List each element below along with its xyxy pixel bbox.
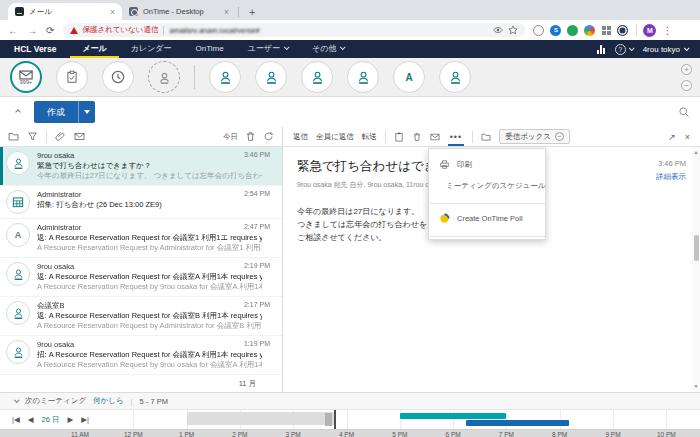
- prev-day-icon[interactable]: ◀: [28, 415, 34, 424]
- filter-icon[interactable]: [27, 131, 38, 142]
- contact-avatar[interactable]: [255, 61, 287, 93]
- mail-preview: A Resource Reservation Request by Admini…: [37, 243, 262, 253]
- details-link[interactable]: 詳細表示: [656, 172, 686, 182]
- contact-avatar[interactable]: [347, 61, 379, 93]
- back-icon[interactable]: ←: [8, 25, 18, 36]
- compose-dropdown-button[interactable]: [78, 101, 95, 123]
- tab-mail[interactable]: メール ×: [8, 3, 122, 20]
- security-warning-text[interactable]: 保護されていない通信: [82, 25, 158, 35]
- toolbar-divider: [636, 24, 637, 36]
- help-menu[interactable]: ?: [615, 44, 633, 55]
- browser-profile-avatar[interactable]: M: [643, 24, 656, 37]
- extension-icon[interactable]: [567, 25, 578, 36]
- collapse-timeline-icon[interactable]: [14, 397, 20, 403]
- next-meeting-title-link[interactable]: 何かしら: [93, 396, 124, 406]
- close-tab-icon[interactable]: ×: [221, 7, 232, 17]
- hour-gridline: [613, 410, 614, 429]
- inbox-chip[interactable]: 受信ボックス −: [499, 129, 570, 144]
- envelope-icon[interactable]: [430, 132, 440, 142]
- compose-band: 作成: [0, 97, 700, 127]
- nav-item[interactable]: ユーザー: [236, 40, 300, 58]
- mail-list-item[interactable]: AAdministrator返: A Resource Reservation …: [0, 219, 282, 258]
- attachment-icon[interactable]: [55, 131, 66, 142]
- ontime-dashboard-icon[interactable]: [597, 45, 605, 54]
- folder-icon[interactable]: [8, 131, 19, 142]
- search-icon[interactable]: [678, 106, 690, 118]
- contact-initial: A: [405, 72, 412, 83]
- meeting-blue[interactable]: [466, 420, 568, 426]
- tasks-view-button[interactable]: [56, 61, 88, 93]
- timeline-scroll-handle[interactable]: [325, 413, 332, 426]
- url-field[interactable]: 保護されていない通信 amailsrv.anam.local/verse#: [63, 23, 525, 37]
- expand-contacts-icon[interactable]: +: [681, 64, 692, 75]
- contact-avatar[interactable]: [439, 61, 471, 93]
- menu-item-create-ontime-poll[interactable]: Create OnTime Poll: [429, 208, 545, 229]
- nav-item[interactable]: その他: [300, 40, 356, 58]
- preview-eye-icon[interactable]: [493, 25, 503, 35]
- refresh-icon[interactable]: [263, 131, 274, 142]
- app-brand[interactable]: HCL Verse: [14, 40, 56, 58]
- extensions-grid-icon[interactable]: [601, 25, 611, 35]
- timeline-date[interactable]: 26 日: [42, 415, 60, 425]
- mail-view-button[interactable]: 999+: [10, 61, 42, 93]
- last-day-icon[interactable]: ▶|: [81, 415, 89, 424]
- open-in-new-icon[interactable]: ↗: [668, 132, 676, 142]
- nav-item[interactable]: メール: [70, 40, 118, 58]
- next-day-icon[interactable]: ▶: [67, 415, 73, 424]
- tab-ontime[interactable]: OnTime - Desktop ×: [122, 3, 236, 20]
- menu-item-print[interactable]: 印刷: [429, 154, 545, 175]
- close-tab-icon[interactable]: ×: [107, 7, 118, 17]
- hour-label: 3 PM: [286, 431, 301, 437]
- new-tab-button[interactable]: +: [249, 6, 255, 18]
- bookmark-star-icon[interactable]: [508, 25, 518, 35]
- sender-name: 9rou osaka: [37, 340, 262, 350]
- trash-icon[interactable]: [245, 131, 256, 142]
- reply-button[interactable]: 返信: [293, 132, 308, 142]
- elapsed-block[interactable]: [187, 412, 335, 425]
- mail-list-item[interactable]: 9rou osaka緊急で打ち合わせはできますか？今年の最終日は27日になります…: [0, 147, 282, 186]
- extension-icon[interactable]: [533, 25, 544, 36]
- remove-from-inbox-icon[interactable]: −: [555, 132, 564, 141]
- browser-menu-icon[interactable]: ⋮: [662, 25, 672, 36]
- today-button[interactable]: 今日: [223, 132, 238, 142]
- trash-icon[interactable]: [412, 132, 422, 142]
- add-important-contact-button[interactable]: [148, 61, 180, 93]
- user-menu[interactable]: 4rou tokyo: [643, 45, 688, 54]
- contact-avatar[interactable]: [301, 61, 333, 93]
- recent-view-button[interactable]: [102, 61, 134, 93]
- extension-s-icon[interactable]: S: [550, 25, 561, 36]
- mail-list-item[interactable]: Administrator招集: 打ち合わせ (26 Dec 13:00 ZE9…: [0, 186, 282, 219]
- first-day-icon[interactable]: |◀: [12, 415, 20, 424]
- mail-list-item[interactable]: 9rou osaka返: A Resource Reservation Requ…: [0, 258, 282, 297]
- mail-list: 9rou osaka緊急で打ち合わせはできますか？今年の最終日は27日になります…: [0, 147, 282, 392]
- url-text[interactable]: amailsrv.anam.local/verse#: [169, 26, 488, 35]
- reload-icon[interactable]: ⟳: [46, 25, 54, 36]
- timeline-hour-labels: 11 AM12 PM1 PM2 PM3 PM4 PM5 PM6 PM7 PM8 …: [0, 429, 700, 437]
- contact-avatar[interactable]: [209, 61, 241, 93]
- clipboard-icon[interactable]: [394, 132, 404, 142]
- mail-list-item[interactable]: 9rou osaka招: A Resource Reservation Requ…: [0, 336, 282, 375]
- tab-title: メール: [29, 7, 107, 17]
- chevron-down-icon: [340, 44, 346, 50]
- move-to-folder-icon[interactable]: [481, 132, 491, 142]
- menu-item-schedule-meeting[interactable]: ミーティングのスケジュール: [429, 175, 545, 196]
- nav-item[interactable]: OnTime: [184, 40, 236, 58]
- collapse-panel-icon[interactable]: [15, 109, 21, 115]
- reply-all-button[interactable]: 全員に返信: [316, 132, 354, 142]
- forward-button[interactable]: 転送: [362, 132, 377, 142]
- envelope-icon[interactable]: [74, 131, 85, 142]
- contact-avatar[interactable]: A: [393, 61, 425, 93]
- meeting-teal[interactable]: [400, 413, 507, 419]
- next-meeting-bar: 次のミーティング 何かしら | 5 - 7 PM: [0, 392, 700, 409]
- timeline-controls: |◀ ◀ 26 日 ▶ ▶|: [0, 410, 132, 429]
- compose-button[interactable]: 作成: [34, 101, 78, 123]
- forward-icon[interactable]: →: [27, 25, 37, 36]
- nav-item[interactable]: カレンダー: [119, 40, 184, 58]
- more-actions-button[interactable]: •••: [448, 132, 464, 142]
- mail-list-item[interactable]: 会議室B返: A Resource Reservation Request fo…: [0, 297, 282, 336]
- extension-icon[interactable]: [584, 25, 595, 36]
- extension-icon[interactable]: [617, 25, 628, 36]
- contacts-divider: [194, 65, 195, 89]
- collapse-contacts-icon[interactable]: −: [681, 80, 692, 91]
- close-message-icon[interactable]: ×: [685, 132, 690, 142]
